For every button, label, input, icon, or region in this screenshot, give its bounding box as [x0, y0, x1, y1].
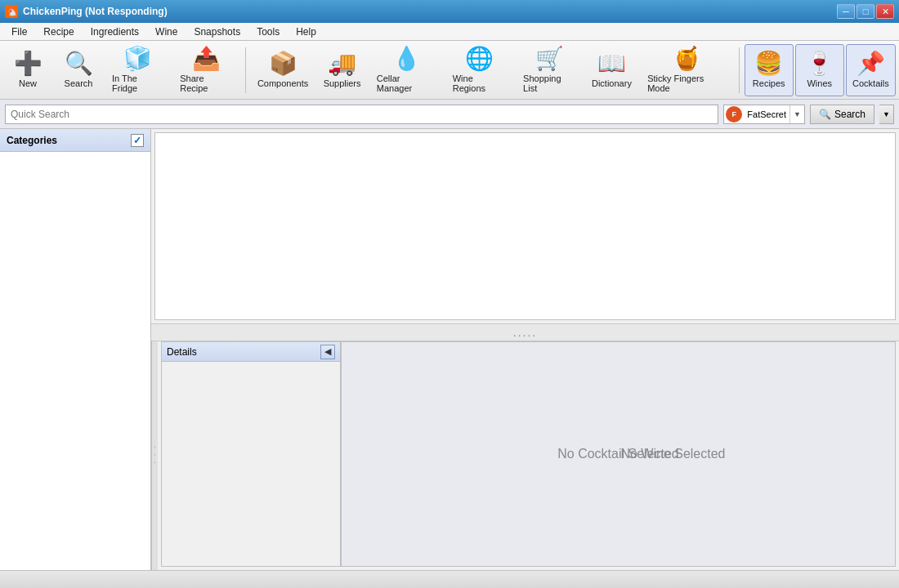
categories-title: Categories [7, 135, 57, 146]
categories-list[interactable] [0, 152, 150, 570]
dictionary-icon: 📖 [597, 52, 626, 75]
menu-bar: File Recipe Ingredients Wine Snapshots T… [0, 23, 899, 41]
main-area: ..... · · · Details ◀ No Cocktail Select… [151, 129, 899, 570]
menu-snapshots[interactable]: Snapshots [186, 24, 248, 39]
wine-regions-label: Wine Regions [453, 74, 507, 93]
suppliers-icon: 🚚 [328, 52, 356, 75]
search-execute-button[interactable]: 🔍 Search [810, 105, 874, 124]
fatsecret-logo: F [726, 106, 742, 122]
search-button[interactable]: 🔍 Search [54, 44, 103, 96]
resize-handle[interactable]: ..... [151, 323, 899, 341]
menu-wine[interactable]: Wine [147, 24, 186, 39]
search-icon: 🔍 [65, 52, 93, 75]
dictionary-button[interactable]: 📖 Dictionary [585, 44, 638, 96]
categories-checkbox[interactable]: ✓ [131, 134, 144, 147]
in-the-fridge-button[interactable]: 🧊 In The Fridge [105, 44, 171, 96]
toolbar: ➕ New 🔍 Search 🧊 In The Fridge 📤 Share R… [0, 41, 899, 100]
menu-recipe[interactable]: Recipe [35, 24, 82, 39]
app-icon: 🐔 [5, 5, 18, 18]
details-header: Details ◀ [162, 342, 340, 362]
sticky-label: Sticky Fingers Mode [647, 74, 727, 93]
details-collapse-button[interactable]: ◀ [320, 345, 335, 359]
fridge-label: In The Fridge [112, 74, 163, 93]
suppliers-label: Suppliers [324, 78, 361, 88]
search-label: Search [65, 78, 93, 88]
no-selection-area: No Cocktail Selected No Wine Selected [341, 341, 896, 567]
menu-help[interactable]: Help [288, 24, 324, 39]
shopping-icon: 🛒 [535, 47, 564, 70]
search-provider: F FatSecret ▼ [723, 105, 805, 124]
suppliers-button[interactable]: 🚚 Suppliers [316, 44, 367, 96]
details-title: Details [167, 346, 197, 358]
new-label: New [19, 78, 37, 88]
cellar-manager-button[interactable]: 💧 Cellar Manager [369, 44, 444, 96]
provider-name: FatSecret [744, 109, 789, 119]
search-dropdown-arrow[interactable]: ▼ [879, 105, 894, 124]
search-btn-label: Search [834, 109, 865, 120]
recipes-label: Recipes [753, 78, 785, 88]
search-bar: F FatSecret ▼ 🔍 Search ▼ [0, 100, 899, 129]
toolbar-separator-2 [739, 47, 740, 93]
fridge-icon: 🧊 [123, 47, 152, 70]
toolbar-separator-1 [245, 47, 246, 93]
components-button[interactable]: 📦 Components [251, 44, 315, 96]
title-bar-left: 🐔 ChickenPing (Not Responding) [5, 5, 168, 18]
drag-handle[interactable]: · · · [151, 341, 158, 570]
bottom-section: · · · Details ◀ No Cocktail Selected No … [151, 341, 899, 570]
provider-dropdown[interactable]: ▼ [789, 105, 804, 123]
wines-button[interactable]: 🍷 Wines [795, 44, 844, 96]
shopping-list-button[interactable]: 🛒 Shopping List [516, 44, 584, 96]
cellar-icon: 💧 [392, 47, 421, 70]
drag-dots-icon: · · · [150, 446, 159, 466]
cocktails-icon: 📌 [857, 52, 885, 75]
menu-tools[interactable]: Tools [248, 24, 288, 39]
share-recipe-button[interactable]: 📤 Share Recipe [172, 44, 240, 96]
search-input[interactable] [5, 105, 718, 124]
sticky-icon: 🍯 [673, 47, 701, 70]
no-wine-text: No Wine Selected [620, 447, 725, 461]
share-label: Share Recipe [180, 74, 233, 93]
components-label: Components [257, 78, 308, 88]
details-content [162, 362, 340, 566]
check-icon: ✓ [133, 135, 141, 146]
recipes-icon: 🍔 [754, 52, 783, 75]
sticky-fingers-button[interactable]: 🍯 Sticky Fingers Mode [640, 44, 734, 96]
title-bar-text: ChickenPing (Not Responding) [23, 6, 168, 17]
close-button[interactable]: ✕ [876, 4, 894, 19]
new-button[interactable]: ➕ New [3, 44, 52, 96]
cocktails-label: Cocktails [852, 78, 889, 88]
maximize-button[interactable]: □ [857, 4, 874, 19]
title-bar: 🐔 ChickenPing (Not Responding) ─ □ ✕ [0, 0, 899, 23]
search-btn-icon: 🔍 [819, 109, 831, 120]
details-panel: Details ◀ [161, 341, 341, 567]
recipe-list-area [154, 132, 896, 320]
wine-regions-icon: 🌐 [465, 47, 494, 70]
components-icon: 📦 [269, 52, 297, 75]
categories-header: Categories ✓ [0, 129, 150, 152]
dictionary-label: Dictionary [592, 78, 632, 88]
share-icon: 📤 [192, 47, 221, 70]
left-panel: Categories ✓ [0, 129, 151, 570]
new-icon: ➕ [14, 52, 42, 75]
minimize-button[interactable]: ─ [837, 4, 855, 19]
shopping-label: Shopping List [523, 74, 576, 93]
wine-regions-button[interactable]: 🌐 Wine Regions [445, 44, 514, 96]
cocktails-button[interactable]: 📌 Cocktails [846, 44, 896, 96]
wines-icon: 🍷 [805, 52, 834, 75]
recipes-button[interactable]: 🍔 Recipes [745, 44, 794, 96]
main-layout: Categories ✓ ..... · · · Details ◀ [0, 129, 899, 570]
menu-ingredients[interactable]: Ingredients [83, 24, 147, 39]
status-bar [0, 570, 899, 588]
cellar-label: Cellar Manager [377, 74, 436, 93]
wines-label: Wines [807, 78, 832, 88]
menu-file[interactable]: File [3, 24, 35, 39]
title-bar-buttons: ─ □ ✕ [837, 4, 894, 19]
